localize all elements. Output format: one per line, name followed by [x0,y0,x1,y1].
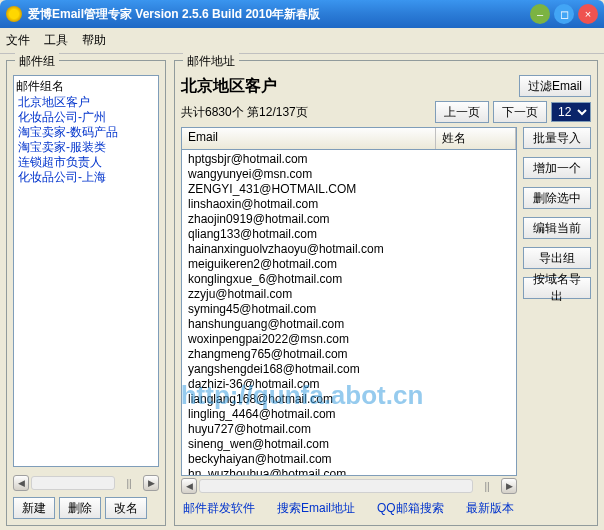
rename-group-button[interactable]: 改名 [105,497,147,519]
email-row[interactable]: lingling_4464@hotmail.com [188,407,510,422]
mail-group-header[interactable]: 邮件组名 [16,78,156,95]
mail-group-panel-title: 邮件组 [15,53,59,70]
group-buttons: 新建 删除 改名 [13,497,159,519]
new-group-button[interactable]: 新建 [13,497,55,519]
minimize-button[interactable]: – [530,4,550,24]
mail-group-item[interactable]: 淘宝卖家-数码产品 [16,125,156,140]
footer-link-qq-search[interactable]: QQ邮箱搜索 [377,500,444,517]
col-name[interactable]: 姓名 [436,128,516,149]
email-list-header: Email 姓名 [181,127,517,149]
email-row[interactable]: hanshunguang@hotmail.com [188,317,510,332]
group-scroll: ◀ || ▶ [13,475,159,491]
scroll-left-icon[interactable]: ◀ [181,478,197,494]
side-buttons: 批量导入 增加一个 删除选中 编辑当前 导出组 按域名导出 [523,127,591,494]
mail-group-item[interactable]: 化妆品公司-上海 [16,170,156,185]
menu-help[interactable]: 帮助 [82,32,106,49]
delete-group-button[interactable]: 删除 [59,497,101,519]
mail-group-item[interactable]: 淘宝卖家-服装类 [16,140,156,155]
email-row[interactable]: zzyju@hotmail.com [188,287,510,302]
email-row[interactable]: yangshengdei168@hotmail.com [188,362,510,377]
window-title: 爱博Email管理专家 Version 2.5.6 Build 2010年新春版 [28,6,526,23]
scroll-track[interactable] [31,476,115,490]
email-row[interactable]: lianglang168@hotmail.com [188,392,510,407]
email-row[interactable]: zhangmeng765@hotmail.com [188,347,510,362]
maximize-button[interactable]: ◻ [554,4,574,24]
email-row[interactable]: woxinpengpai2022@msn.com [188,332,510,347]
scroll-left-icon[interactable]: ◀ [13,475,29,491]
email-row[interactable]: hptgsbjr@hotmail.com [188,152,510,167]
email-row[interactable]: dazhizi-36@hotmail.com [188,377,510,392]
email-row[interactable]: beckyhaiyan@hotmail.com [188,452,510,467]
footer-link-mass-mail[interactable]: 邮件群发软件 [183,500,255,517]
titlebar: 爱博Email管理专家 Version 2.5.6 Build 2010年新春版… [0,0,604,28]
email-row[interactable]: linshaoxin@hotmail.com [188,197,510,212]
menu-file[interactable]: 文件 [6,32,30,49]
email-row[interactable]: ZENGYI_431@HOTMAIL.COM [188,182,510,197]
email-scroll: ◀ || ▶ [181,478,517,494]
footer-link-search-email[interactable]: 搜索Email地址 [277,500,355,517]
email-row[interactable]: hainanxinguolvzhaoyu@hotmail.com [188,242,510,257]
email-rows[interactable]: hptgsbjr@hotmail.comwangyunyei@msn.comZE… [181,149,517,476]
email-row[interactable]: qliang133@hotmail.com [188,227,510,242]
mail-address-panel: 邮件地址 北京地区客户 过滤Email 共计6830个 第12/137页 上一页… [174,60,598,526]
email-list: Email 姓名 hptgsbjr@hotmail.comwangyunyei@… [181,127,517,494]
col-email[interactable]: Email [182,128,436,149]
delete-selected-button[interactable]: 删除选中 [523,187,591,209]
page-select[interactable]: 12 [551,102,591,122]
footer-link-latest-version[interactable]: 最新版本 [466,500,514,517]
email-row[interactable]: zhaojin0919@hotmail.com [188,212,510,227]
current-group-name: 北京地区客户 [181,76,511,97]
mail-group-item[interactable]: 化妆品公司-广州 [16,110,156,125]
mail-group-listbox[interactable]: 邮件组名 北京地区客户化妆品公司-广州淘宝卖家-数码产品淘宝卖家-服装类连锁超市… [13,75,159,467]
close-button[interactable]: × [578,4,598,24]
email-row[interactable]: sineng_wen@hotmail.com [188,437,510,452]
email-row[interactable]: konglingxue_6@hotmail.com [188,272,510,287]
content: 邮件组 邮件组名 北京地区客户化妆品公司-广州淘宝卖家-数码产品淘宝卖家-服装类… [0,54,604,530]
email-row[interactable]: huyu727@hotmail.com [188,422,510,437]
scroll-right-icon[interactable]: ▶ [501,478,517,494]
mail-group-panel: 邮件组 邮件组名 北京地区客户化妆品公司-广州淘宝卖家-数码产品淘宝卖家-服装类… [6,60,166,526]
scroll-right-icon[interactable]: ▶ [143,475,159,491]
batch-import-button[interactable]: 批量导入 [523,127,591,149]
mail-group-item[interactable]: 北京地区客户 [16,95,156,110]
edit-current-button[interactable]: 编辑当前 [523,217,591,239]
export-by-domain-button[interactable]: 按域名导出 [523,277,591,299]
mail-group-item[interactable]: 连锁超市负责人 [16,155,156,170]
mail-address-panel-title: 邮件地址 [183,53,239,70]
prev-page-button[interactable]: 上一页 [435,101,489,123]
email-row[interactable]: meiguikeren2@hotmail.com [188,257,510,272]
scroll-pause-icon: || [117,478,141,489]
filter-email-button[interactable]: 过滤Email [519,75,591,97]
menu-tools[interactable]: 工具 [44,32,68,49]
footer-links: 邮件群发软件 搜索Email地址 QQ邮箱搜索 最新版本 [181,494,591,519]
app-icon [6,6,22,22]
email-row[interactable]: hn_wuzhouhua@hotmail.com [188,467,510,476]
scroll-track[interactable] [199,479,473,493]
pagination-info: 共计6830个 第12/137页 [181,104,431,121]
export-group-button[interactable]: 导出组 [523,247,591,269]
scroll-pause-icon: || [475,481,499,492]
next-page-button[interactable]: 下一页 [493,101,547,123]
menubar: 文件 工具 帮助 [0,28,604,54]
add-one-button[interactable]: 增加一个 [523,157,591,179]
email-row[interactable]: syming45@hotmail.com [188,302,510,317]
email-row[interactable]: wangyunyei@msn.com [188,167,510,182]
